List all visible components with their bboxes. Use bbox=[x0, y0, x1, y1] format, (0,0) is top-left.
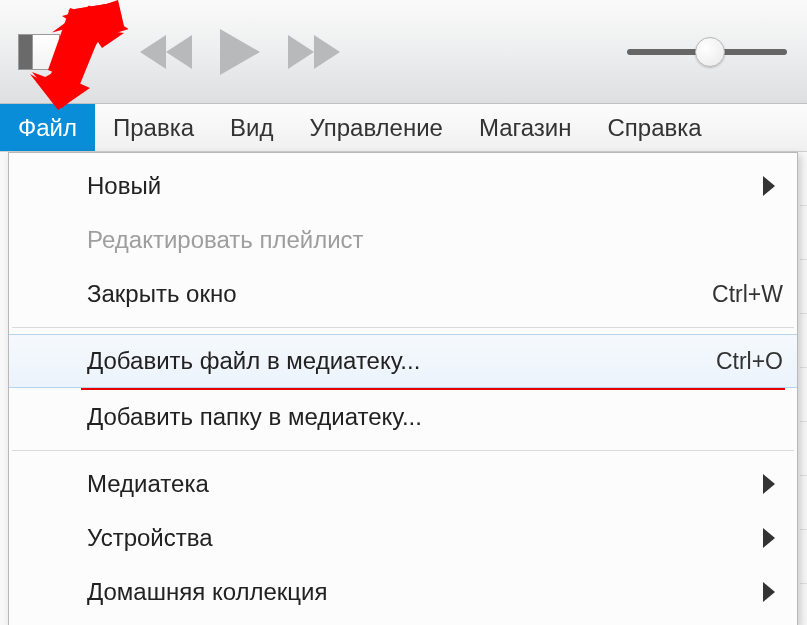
menu-view[interactable]: Вид bbox=[212, 104, 291, 151]
volume-thumb[interactable] bbox=[695, 37, 725, 67]
chevron-right-icon bbox=[763, 582, 775, 602]
menu-close-window-label: Закрыть окно bbox=[87, 280, 712, 308]
menu-devices[interactable]: Устройства bbox=[9, 511, 797, 565]
menu-help[interactable]: Справка bbox=[590, 104, 720, 151]
menu-controls[interactable]: Управление bbox=[292, 104, 461, 151]
menu-add-file[interactable]: Добавить файл в медиатеку... Ctrl+O bbox=[9, 334, 797, 388]
previous-icon[interactable] bbox=[140, 35, 192, 69]
svg-marker-8 bbox=[32, 72, 84, 108]
svg-marker-16 bbox=[763, 474, 775, 494]
menu-close-window[interactable]: Закрыть окно Ctrl+W bbox=[9, 267, 797, 321]
menu-separator bbox=[12, 327, 794, 328]
svg-marker-18 bbox=[763, 582, 775, 602]
menu-file[interactable]: Файл bbox=[0, 104, 95, 151]
playback-controls bbox=[140, 29, 340, 75]
menu-new[interactable]: Новый bbox=[9, 159, 797, 213]
miniplayer-dropdown-icon[interactable] bbox=[66, 48, 80, 57]
svg-marker-14 bbox=[314, 35, 340, 69]
menu-close-window-shortcut: Ctrl+W bbox=[712, 281, 783, 308]
menu-store[interactable]: Магазин bbox=[461, 104, 590, 151]
chevron-right-icon bbox=[763, 474, 775, 494]
menu-bar: Файл Правка Вид Управление Магазин Справ… bbox=[0, 104, 807, 152]
menu-edit-playlist-label: Редактировать плейлист bbox=[87, 226, 783, 254]
menu-library[interactable]: Медиатека bbox=[9, 457, 797, 511]
menu-home-sharing-label: Домашняя коллекция bbox=[87, 578, 783, 606]
menu-library-label: Медиатека bbox=[87, 470, 783, 498]
svg-marker-11 bbox=[140, 35, 166, 69]
chevron-right-icon bbox=[763, 528, 775, 548]
svg-marker-3 bbox=[68, 3, 113, 26]
menu-add-folder-label: Добавить папку в медиатеку... bbox=[87, 403, 783, 431]
menu-home-sharing[interactable]: Домашняя коллекция bbox=[9, 565, 797, 619]
svg-marker-13 bbox=[288, 35, 314, 69]
menu-edit[interactable]: Правка bbox=[95, 104, 212, 151]
svg-marker-10 bbox=[166, 35, 192, 69]
miniplayer-dark-pane bbox=[19, 35, 33, 69]
svg-marker-15 bbox=[763, 176, 775, 196]
chevron-right-icon bbox=[763, 176, 775, 196]
menu-add-folder[interactable]: Добавить папку в медиатеку... bbox=[9, 390, 797, 444]
next-icon[interactable] bbox=[288, 35, 340, 69]
svg-marker-17 bbox=[763, 528, 775, 548]
miniplayer-light-pane bbox=[33, 35, 59, 69]
menu-add-file-shortcut: Ctrl+O bbox=[716, 348, 783, 375]
play-icon[interactable] bbox=[220, 29, 260, 75]
menu-devices-label: Устройства bbox=[87, 524, 783, 552]
svg-marker-1 bbox=[76, 4, 124, 48]
miniplayer-button[interactable] bbox=[18, 34, 60, 70]
volume-track bbox=[627, 49, 787, 55]
file-menu-dropdown: Новый Редактировать плейлист Закрыть окн… bbox=[8, 152, 798, 625]
menu-edit-playlist: Редактировать плейлист bbox=[9, 213, 797, 267]
menu-new-label: Новый bbox=[87, 172, 783, 200]
playback-toolbar bbox=[0, 0, 807, 104]
volume-slider[interactable] bbox=[627, 49, 787, 55]
menu-separator bbox=[12, 450, 794, 451]
background-rows bbox=[800, 152, 807, 584]
menu-add-file-label: Добавить файл в медиатеку... bbox=[87, 347, 716, 375]
svg-marker-12 bbox=[220, 29, 260, 75]
